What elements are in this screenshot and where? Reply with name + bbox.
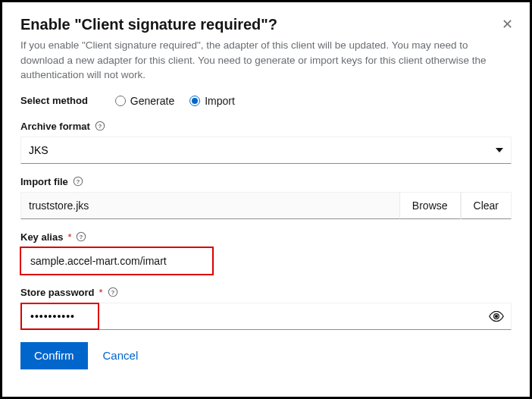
archive-format-label-row: Archive format ? [20, 121, 512, 132]
store-password-label-row: Store password * ? [20, 287, 512, 298]
help-icon[interactable]: ? [73, 176, 83, 187]
dialog-title: Enable "Client signature required"? [20, 16, 512, 33]
eye-icon[interactable] [489, 311, 504, 322]
svg-text:?: ? [98, 123, 102, 130]
import-file-field: Import file ? truststore.jks Browse Clea… [20, 176, 512, 219]
help-icon[interactable]: ? [95, 121, 105, 131]
key-alias-label-row: Key alias * ? [20, 231, 512, 243]
required-star: * [99, 287, 103, 298]
store-password-input[interactable] [29, 309, 480, 323]
required-star: * [67, 231, 71, 243]
caret-down-icon [496, 148, 503, 152]
store-password-row [20, 303, 512, 330]
svg-point-8 [495, 315, 498, 318]
help-icon[interactable]: ? [76, 231, 86, 242]
confirm-button[interactable]: Confirm [20, 342, 88, 369]
browse-button[interactable]: Browse [399, 192, 461, 219]
import-file-group: truststore.jks Browse Clear [20, 192, 512, 219]
radio-import-label: Import [205, 95, 235, 107]
cancel-button[interactable]: Cancel [103, 349, 139, 362]
dialog-buttons: Confirm Cancel [20, 342, 512, 369]
radio-import[interactable]: Import [189, 95, 235, 107]
select-method-row: Select method Generate Import [20, 95, 512, 107]
archive-format-label: Archive format [20, 121, 90, 132]
store-password-field: Store password * ? [20, 287, 512, 330]
dialog-description: If you enable "Client signature required… [20, 38, 505, 83]
select-method-label: Select method [20, 95, 88, 106]
svg-text:?: ? [80, 234, 83, 240]
import-file-name: truststore.jks [20, 192, 399, 219]
key-alias-input[interactable] [29, 248, 205, 274]
radio-generate-label: Generate [130, 95, 174, 107]
store-password-input-wrapper [20, 303, 512, 330]
svg-text:?: ? [76, 178, 80, 185]
key-alias-label: Key alias [20, 231, 63, 243]
import-file-label: Import file [20, 176, 68, 187]
svg-text:?: ? [111, 289, 114, 296]
archive-format-select[interactable]: JKS [20, 137, 512, 164]
dialog-frame: ✕ Enable "Client signature required"? If… [0, 0, 532, 399]
store-password-label: Store password [20, 287, 95, 298]
close-icon[interactable]: ✕ [502, 16, 513, 33]
clear-button[interactable]: Clear [461, 192, 512, 219]
help-icon[interactable]: ? [108, 287, 118, 297]
key-alias-field: Key alias * ? [20, 231, 512, 275]
radio-generate[interactable]: Generate [115, 95, 174, 107]
archive-format-value: JKS [29, 144, 49, 156]
archive-format-field: Archive format ? JKS [20, 121, 512, 164]
import-file-label-row: Import file ? [20, 176, 512, 187]
radio-group-method: Generate Import [115, 95, 235, 107]
key-alias-input-wrapper [20, 247, 213, 275]
radio-circle-icon [115, 96, 126, 106]
radio-circle-icon [189, 96, 200, 106]
